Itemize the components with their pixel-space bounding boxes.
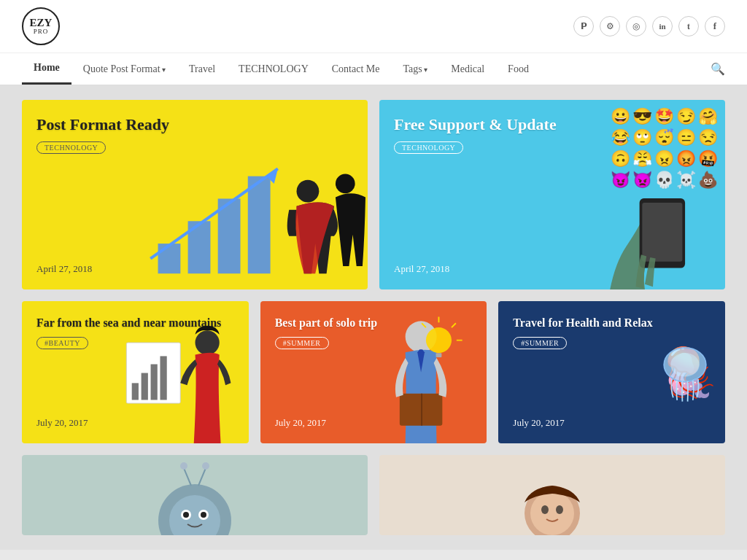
svg-line-22 — [452, 323, 456, 327]
svg-line-36 — [198, 468, 206, 486]
nav-item-home[interactable]: Home — [22, 53, 71, 85]
card1-illustration — [143, 138, 368, 289]
logo-text-ezy: EZY — [30, 18, 53, 28]
card-best-solo-trip[interactable]: Best part of solo trip #SUMMER July 20, … — [260, 301, 487, 443]
twitter-icon[interactable]: 𝐭 — [678, 16, 699, 36]
svg-rect-0 — [158, 244, 180, 273]
svg-point-35 — [180, 462, 187, 470]
svg-point-37 — [202, 462, 209, 470]
nav-item-food[interactable]: Food — [496, 55, 541, 84]
nav-item-contact-me[interactable]: Contact Me — [320, 55, 392, 84]
svg-point-7 — [336, 174, 355, 194]
svg-rect-14 — [160, 356, 167, 400]
svg-point-6 — [296, 180, 319, 203]
card5-jellyfish-svg — [652, 340, 718, 405]
svg-point-39 — [530, 491, 574, 535]
svg-point-27 — [670, 353, 700, 376]
card3-badge: #BEAUTY — [36, 337, 88, 349]
svg-rect-18 — [421, 394, 422, 426]
nav-item-travel[interactable]: Travel — [177, 55, 227, 84]
nav-item-tags[interactable]: Tags — [391, 55, 439, 84]
nav-item-quote-post-format[interactable]: Quote Post Format — [71, 55, 177, 84]
card4-badge: #SUMMER — [275, 337, 329, 349]
svg-point-19 — [426, 327, 452, 353]
linkedin-icon[interactable]: in — [652, 16, 673, 36]
card1-badge: TECHNOLOGY — [36, 141, 106, 154]
card2-badge: TECHNOLOGY — [394, 141, 463, 154]
extra-cards-row — [22, 455, 725, 535]
svg-point-33 — [201, 512, 206, 518]
card-extra-left-svg — [85, 455, 304, 535]
svg-line-34 — [184, 468, 191, 486]
card-free-support[interactable]: Free Support & Update TECHNOLOGY April 2… — [379, 100, 725, 289]
svg-rect-11 — [132, 383, 139, 400]
svg-point-40 — [541, 505, 549, 514]
facebook-icon[interactable]: f — [705, 16, 725, 36]
card-extra-right-svg — [443, 455, 662, 535]
card-extra-left[interactable] — [22, 455, 368, 535]
card2-phone-svg — [570, 166, 725, 289]
card-travel-health[interactable]: Travel for Health and Relax #SUMMER July… — [498, 301, 725, 443]
card5-date: July 20, 2017 — [513, 417, 711, 429]
card5-badge: #SUMMER — [513, 337, 567, 349]
card5-title: Travel for Health and Relax — [513, 316, 711, 331]
nav-items-list: Home Quote Post Format Travel TECHNOLOGY… — [22, 53, 541, 85]
site-logo[interactable]: EZY PRO — [22, 7, 60, 45]
svg-rect-20 — [436, 353, 442, 357]
main-nav: Home Quote Post Format Travel TECHNOLOGY… — [0, 53, 747, 85]
instagram-icon[interactable]: ◎ — [626, 16, 646, 36]
svg-rect-3 — [248, 176, 271, 274]
svg-point-41 — [556, 505, 563, 514]
settings-icon[interactable]: ⚙ — [600, 16, 620, 36]
card3-illustration — [112, 316, 248, 444]
main-content: Post Format Ready TECHNOLOGY April 27, 2… — [0, 85, 747, 550]
nav-item-medical[interactable]: Medical — [439, 55, 496, 84]
site-header: EZY PRO 𝗣 ⚙ ◎ in 𝐭 f — [0, 0, 747, 53]
svg-rect-12 — [142, 373, 148, 400]
svg-rect-13 — [151, 364, 158, 400]
card4-illustration — [355, 301, 487, 443]
card-far-from-sea[interactable]: Far from the sea and near mountains #BEA… — [22, 301, 249, 443]
middle-cards-row: Far from the sea and near mountains #BEA… — [22, 301, 725, 443]
search-icon[interactable]: 🔍 — [711, 62, 725, 76]
card-extra-right[interactable] — [379, 455, 725, 535]
svg-point-15 — [196, 330, 220, 354]
top-cards-row: Post Format Ready TECHNOLOGY April 27, 2… — [22, 100, 725, 289]
svg-rect-9 — [642, 203, 682, 262]
social-icons-bar: 𝗣 ⚙ ◎ in 𝐭 f — [573, 16, 725, 36]
card-post-format-ready[interactable]: Post Format Ready TECHNOLOGY April 27, 2… — [22, 100, 368, 289]
nav-item-fashion[interactable]: TECHNOLOGY — [227, 55, 320, 84]
svg-point-32 — [183, 512, 189, 518]
card1-title: Post Format Ready — [36, 114, 353, 136]
logo-text-pro: PRO — [34, 28, 49, 35]
pinterest-icon[interactable]: 𝗣 — [573, 16, 594, 36]
